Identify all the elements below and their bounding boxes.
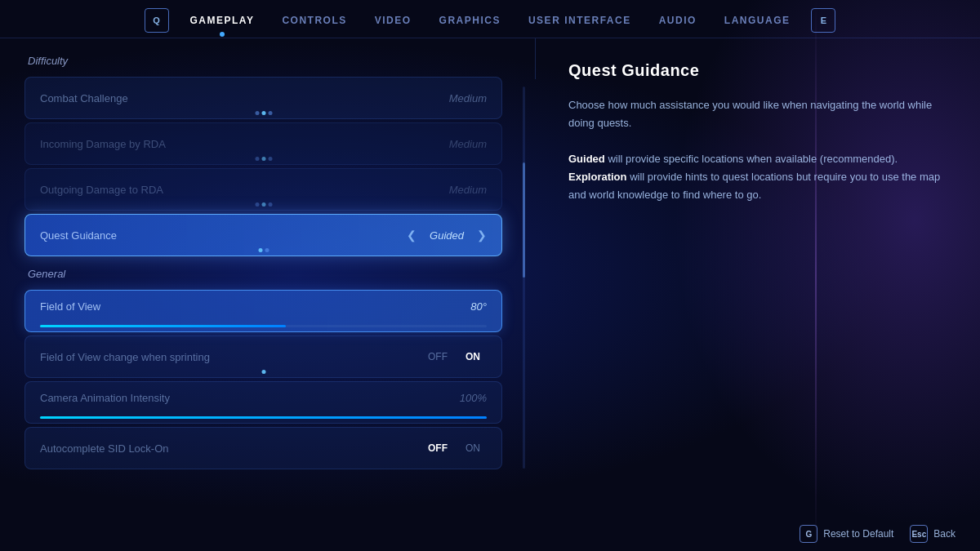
- dot1: [255, 202, 259, 207]
- guided-label: Guided: [568, 153, 605, 165]
- dot1: [255, 111, 259, 115]
- dot2: [261, 157, 265, 161]
- fov-sprinting-off[interactable]: OFF: [421, 349, 454, 364]
- nav-item-audio[interactable]: AUDIO: [646, 10, 710, 31]
- outgoing-damage-value: Medium: [449, 184, 487, 196]
- general-label: General: [24, 268, 502, 280]
- dot-on: [261, 370, 265, 374]
- camera-animation-slider[interactable]: [40, 416, 487, 419]
- quest-guidance-next[interactable]: ❯: [477, 229, 487, 242]
- camera-animation-fill: [40, 416, 487, 419]
- nav-item-language[interactable]: LANGUAGE: [711, 10, 804, 31]
- scroll-track: [523, 87, 525, 469]
- detail-body: Choose how much assistance you would lik…: [568, 96, 956, 205]
- back-button[interactable]: Esc Back: [910, 525, 956, 543]
- detail-exploration: Exploration will provide hints to quest …: [568, 168, 956, 204]
- dot1: [255, 157, 259, 161]
- panel-divider: [535, 38, 536, 79]
- quest-guidance-value: Guided: [430, 229, 464, 242]
- camera-animation-name: Camera Animation Intensity: [40, 392, 170, 404]
- fov-sprinting-row[interactable]: Field of View change when sprinting OFF …: [24, 335, 502, 378]
- field-of-view-row[interactable]: Field of View 80°: [24, 290, 502, 332]
- detail-title: Quest Guidance: [568, 61, 956, 80]
- exploration-label: Exploration: [568, 171, 627, 183]
- autocomplete-on[interactable]: ON: [459, 441, 487, 455]
- nav-left-icon[interactable]: Q: [145, 8, 169, 33]
- dot2: [261, 202, 265, 207]
- field-of-view-value: 80°: [470, 300, 487, 313]
- outgoing-damage-name: Outgoing Damage to RDA: [40, 184, 163, 196]
- reset-label: Reset to Default: [823, 528, 893, 540]
- dot3: [268, 111, 272, 115]
- dot3: [268, 202, 272, 207]
- nav-item-gameplay[interactable]: GAMEPLAY: [177, 10, 268, 31]
- fov-sprinting-name: Field of View change when sprinting: [40, 351, 210, 363]
- combat-challenge-name: Combat Challenge: [40, 92, 128, 104]
- fov-sprinting-on[interactable]: ON: [459, 349, 487, 364]
- back-icon: Esc: [910, 525, 928, 543]
- field-of-view-fill: [40, 325, 286, 327]
- reset-to-default-button[interactable]: G Reset to Default: [800, 525, 893, 543]
- field-of-view-name: Field of View: [40, 300, 100, 313]
- nav-item-user-interface[interactable]: USER INTERFACE: [515, 10, 644, 31]
- detail-guided: Guided will provide specific locations w…: [568, 150, 956, 168]
- top-nav: Q GAMEPLAY CONTROLS VIDEO GRAPHICS USER …: [0, 0, 980, 38]
- field-of-view-slider[interactable]: [40, 325, 487, 327]
- left-panel: Difficulty Combat Challenge Medium Incom…: [0, 38, 527, 517]
- autocomplete-row[interactable]: Autocomplete SID Lock-On OFF ON: [24, 427, 502, 469]
- reset-icon: G: [800, 525, 817, 543]
- back-label: Back: [933, 528, 956, 540]
- right-panel: Quest Guidance Choose how much assistanc…: [544, 38, 980, 517]
- camera-animation-row[interactable]: Camera Animation Intensity 100%: [24, 381, 502, 424]
- detail-paragraph1: Choose how much assistance you would lik…: [568, 96, 956, 132]
- quest-guidance-controls: ❮ Guided ❯: [407, 229, 487, 242]
- incoming-damage-name: Incoming Damage by RDA: [40, 138, 166, 150]
- dot1: [258, 248, 262, 252]
- quest-guidance-row[interactable]: Quest Guidance ❮ Guided ❯: [24, 214, 502, 256]
- quest-guidance-prev[interactable]: ❮: [407, 229, 416, 242]
- combat-challenge-row[interactable]: Combat Challenge Medium: [24, 77, 502, 119]
- dot3: [268, 157, 272, 161]
- nav-right-icon[interactable]: E: [811, 8, 835, 33]
- incoming-damage-value: Medium: [449, 138, 487, 150]
- difficulty-label: Difficulty: [24, 55, 502, 67]
- combat-challenge-value: Medium: [449, 92, 487, 104]
- dot2: [265, 248, 269, 252]
- bottom-bar: G Reset to Default Esc Back: [0, 517, 980, 551]
- autocomplete-off[interactable]: OFF: [421, 441, 454, 455]
- autocomplete-name: Autocomplete SID Lock-On: [40, 442, 169, 455]
- quest-guidance-name: Quest Guidance: [40, 229, 117, 242]
- camera-animation-value: 100%: [460, 392, 487, 404]
- outgoing-damage-row[interactable]: Outgoing Damage to RDA Medium: [24, 168, 502, 211]
- incoming-damage-row[interactable]: Incoming Damage by RDA Medium: [24, 122, 502, 165]
- autocomplete-toggle: OFF ON: [421, 441, 487, 455]
- fov-sprinting-toggle: OFF ON: [421, 349, 487, 364]
- nav-item-video[interactable]: VIDEO: [362, 10, 425, 31]
- nav-item-controls[interactable]: CONTROLS: [269, 10, 359, 31]
- dot2: [261, 111, 265, 115]
- nav-item-graphics[interactable]: GRAPHICS: [426, 10, 514, 31]
- scroll-thumb: [523, 162, 525, 278]
